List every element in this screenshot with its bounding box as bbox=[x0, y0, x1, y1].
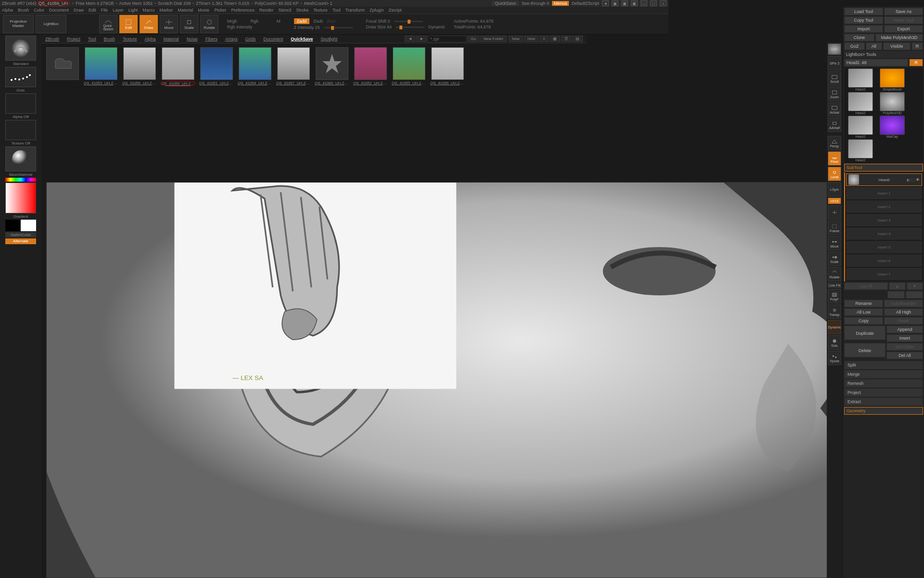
close-button[interactable]: × bbox=[660, 0, 667, 6]
rotate-button[interactable]: Rotate bbox=[200, 15, 218, 33]
hide-button[interactable]: Hide bbox=[524, 36, 539, 42]
lightbox-tab-spotlight[interactable]: Spotlight bbox=[321, 37, 337, 41]
zintensity-slider[interactable]: Z Intensity 25 bbox=[294, 25, 320, 30]
lightbox-tab-document[interactable]: Document bbox=[263, 37, 283, 41]
lightbox-button[interactable]: LightBox bbox=[36, 15, 66, 33]
seethrough-slider[interactable]: See-through 0 bbox=[522, 1, 549, 6]
menu-document[interactable]: Document bbox=[49, 8, 69, 13]
menu-zplugin[interactable]: Zplugin bbox=[370, 8, 384, 13]
m-toggle[interactable]: M bbox=[277, 19, 281, 24]
new-folder-button[interactable]: New Folder bbox=[480, 36, 507, 42]
alpha-preview[interactable] bbox=[5, 93, 36, 114]
color-swatches[interactable] bbox=[5, 220, 36, 231]
mrgb-toggle[interactable]: Mrgb bbox=[227, 19, 237, 24]
lightbox-search-input[interactable] bbox=[428, 36, 466, 42]
lightbox-next-icon[interactable]: ► bbox=[416, 36, 427, 42]
material-preview[interactable] bbox=[5, 146, 36, 171]
lightbox-item[interactable]: QS_41057_UH.ZPR bbox=[276, 47, 311, 86]
menu-file[interactable]: File bbox=[101, 8, 108, 13]
menu-color[interactable]: Color bbox=[34, 8, 45, 13]
lightbox-tab-zbrush[interactable]: ZBrush bbox=[45, 37, 59, 41]
switch-color-button[interactable]: SwitchColor bbox=[5, 232, 36, 237]
lightbox-tab-material[interactable]: Material bbox=[164, 37, 179, 41]
menu-alpha[interactable]: Alpha bbox=[2, 8, 13, 13]
lightbox-tab-texture[interactable]: Texture bbox=[123, 37, 137, 41]
menu-macro[interactable]: Macro bbox=[142, 8, 154, 13]
menu-render[interactable]: Render bbox=[259, 8, 274, 13]
lightbox-tab-arrays[interactable]: Arrays bbox=[225, 37, 238, 41]
canvas-viewport[interactable]: — LEX SA bbox=[46, 182, 668, 418]
lightbox-item[interactable]: QS_41051_UH.ZPR bbox=[199, 47, 234, 86]
lightbox-tab-noise[interactable]: Noise bbox=[187, 37, 198, 41]
draw-button[interactable]: Draw bbox=[140, 15, 158, 33]
rgb-toggle[interactable]: Rgb bbox=[251, 19, 259, 24]
zadd-toggle[interactable]: Zadd bbox=[294, 18, 310, 24]
menu-material[interactable]: Material bbox=[178, 8, 193, 13]
quicksave-button[interactable]: QuickSave bbox=[492, 1, 519, 6]
new-button[interactable]: New bbox=[509, 36, 523, 42]
menu-tool[interactable]: Tool bbox=[333, 8, 341, 13]
move-button[interactable]: Move bbox=[160, 15, 178, 33]
lightbox-prev-icon[interactable]: ◄ bbox=[405, 36, 415, 42]
lightbox-tab-project[interactable]: Project bbox=[67, 37, 80, 41]
quick-sketch-button[interactable]: Quick Sketch bbox=[99, 15, 117, 33]
menu-texture[interactable]: Texture bbox=[313, 8, 328, 13]
texture-preview[interactable] bbox=[5, 120, 36, 140]
hue-picker[interactable] bbox=[5, 178, 36, 182]
lightbox-item[interactable]: QS_41056_UH.ZPR bbox=[122, 47, 157, 86]
menu-layer[interactable]: Layer bbox=[113, 8, 124, 13]
go-button[interactable]: Go bbox=[467, 36, 479, 42]
lightbox-item[interactable]: QS_41054_UH.ZPR bbox=[238, 47, 272, 86]
focal-shift-slider[interactable]: Focal Shift 0 bbox=[366, 19, 390, 24]
color-picker[interactable] bbox=[5, 183, 36, 213]
lightbox-tab-grids[interactable]: Grids bbox=[245, 37, 256, 41]
window-icon[interactable]: ▣ bbox=[631, 0, 638, 6]
menu-edit[interactable]: Edit bbox=[89, 8, 96, 13]
lightbox-item[interactable]: QS_41060_UH.ZPR bbox=[315, 47, 349, 86]
menu-stroke[interactable]: Stroke bbox=[296, 8, 308, 13]
menu-light[interactable]: Light bbox=[128, 8, 138, 13]
menu-zscript[interactable]: Zscript bbox=[389, 8, 402, 13]
lightbox-item[interactable]: QS_41053_UH.ZPR bbox=[84, 47, 118, 86]
menu-movie[interactable]: Movie bbox=[198, 8, 209, 13]
default-zscript[interactable]: DefaultZScript bbox=[572, 1, 599, 6]
lightbox-tab-fibers[interactable]: Fibers bbox=[205, 37, 218, 41]
lightbox-tab-quicksave[interactable]: QuickSave bbox=[291, 37, 313, 41]
lightbox-tab-brush[interactable]: Brush bbox=[104, 37, 116, 41]
edit-button[interactable]: Edit bbox=[119, 15, 138, 33]
lightbox-item[interactable] bbox=[45, 47, 80, 86]
gradient-label[interactable]: Gradient bbox=[13, 214, 28, 219]
draw-size-slider[interactable]: Draw Size 64 bbox=[366, 25, 392, 29]
menu-marker[interactable]: Marker bbox=[159, 8, 173, 13]
view-icon[interactable]: ▦ bbox=[550, 36, 560, 42]
stroke-preview[interactable] bbox=[5, 67, 36, 87]
zcut-toggle[interactable]: Zcut bbox=[327, 19, 335, 24]
brush-preview[interactable] bbox=[5, 36, 36, 61]
scale-button[interactable]: Scale bbox=[180, 15, 198, 33]
view-icon[interactable]: ▤ bbox=[572, 36, 583, 42]
lightbox-tab-alpha[interactable]: Alpha bbox=[145, 37, 156, 41]
lightbox-tab-tool[interactable]: Tool bbox=[88, 37, 96, 41]
menu-transform[interactable]: Transform bbox=[345, 8, 365, 13]
projection-master-button[interactable]: Projection Master bbox=[3, 15, 34, 33]
window-icon[interactable]: ▣ bbox=[621, 0, 628, 6]
lightbox-item[interactable]: QS_41055_UH.ZPR bbox=[392, 47, 426, 86]
menu-brush[interactable]: Brush bbox=[18, 8, 29, 13]
window-icon[interactable]: ◄ bbox=[602, 0, 609, 6]
view-icon[interactable]: ≡ bbox=[539, 36, 549, 42]
lightbox-item[interactable]: QS_41052_UH.ZPR bbox=[353, 47, 388, 86]
view-icon[interactable]: ☰ bbox=[561, 36, 571, 42]
menus-button[interactable]: Menus bbox=[552, 1, 569, 6]
menu-picker[interactable]: Picker bbox=[214, 8, 226, 13]
minimize-button[interactable]: — bbox=[641, 0, 647, 6]
lightbox-item[interactable]: QS_41059_UH.ZPR bbox=[161, 47, 195, 86]
menu-stencil[interactable]: Stencil bbox=[278, 8, 291, 13]
zsub-toggle[interactable]: Zsub bbox=[313, 19, 323, 24]
maximize-button[interactable]: □ bbox=[650, 0, 657, 6]
lightbox-item[interactable]: QS_41058_UH.ZPR bbox=[430, 47, 465, 86]
menu-draw[interactable]: Draw bbox=[74, 8, 84, 13]
dynamic-toggle[interactable]: Dynamic bbox=[428, 25, 445, 29]
menu-preferences[interactable]: Preferences bbox=[231, 8, 255, 13]
alternate-button[interactable]: Alternate bbox=[5, 238, 36, 244]
window-icon[interactable]: ▣ bbox=[612, 0, 618, 6]
